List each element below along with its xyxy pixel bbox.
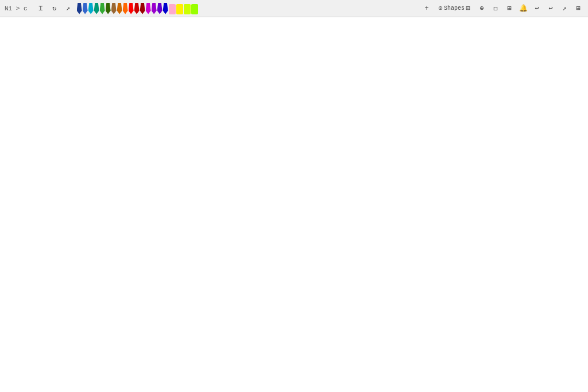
pen-orange-brown[interactable] — [117, 3, 122, 14]
pen-red[interactable] — [129, 3, 134, 14]
arrow-tool[interactable]: ↗ — [63, 3, 74, 14]
pen-colors — [77, 3, 198, 14]
pen-maroon[interactable] — [140, 3, 145, 14]
more-tool[interactable]: ⊞ — [573, 3, 583, 14]
redo-tool[interactable]: ↩ — [546, 3, 556, 14]
add-tool[interactable]: + — [421, 3, 432, 14]
toolbar-right: + ⊙ Shapes ⊡ ⊕ ◻ ⊞ 🔔 ↩ ↩ ↗ ⊞ — [421, 3, 583, 14]
grid-tool[interactable]: ⊞ — [504, 3, 514, 14]
share-tool[interactable]: ⊕ — [477, 3, 487, 14]
share2-tool[interactable]: ↗ — [559, 3, 570, 14]
refresh-tool[interactable]: ↻ — [49, 3, 60, 14]
pen-brown[interactable] — [111, 3, 117, 14]
toolbar: N1 > c ⌶ ↻ ↗ + ⊙ Shapes ⊡ ⊕ ◻ ⊞ 🔔 — [0, 0, 588, 17]
pen-dark-red[interactable] — [134, 3, 140, 14]
pen-magenta[interactable] — [146, 3, 151, 14]
crop-tool[interactable]: ⊡ — [463, 3, 473, 14]
pen-teal[interactable] — [94, 3, 99, 14]
pen-indigo[interactable] — [163, 3, 168, 14]
highlighter-yellow[interactable] — [176, 4, 183, 14]
highlighter-green[interactable] — [191, 4, 198, 14]
cursor-tool[interactable]: ⌶ — [36, 3, 46, 14]
pen-purple[interactable] — [152, 3, 157, 14]
pen-blue[interactable] — [83, 3, 88, 14]
eraser-tool[interactable]: ◻ — [490, 3, 501, 14]
pen-dark-green[interactable] — [106, 3, 111, 14]
toolbar-label: N1 > c — [5, 5, 28, 12]
highlighter-lime[interactable] — [184, 4, 191, 14]
bell-tool[interactable]: 🔔 — [518, 3, 528, 14]
undo-tool[interactable]: ↩ — [532, 3, 542, 14]
pen-orange[interactable] — [123, 3, 128, 14]
pen-cyan[interactable] — [88, 3, 94, 14]
pen-dark-blue[interactable] — [77, 3, 82, 14]
pen-violet[interactable] — [157, 3, 163, 14]
pen-green[interactable] — [100, 3, 105, 14]
shapes-button[interactable]: Shapes — [449, 3, 459, 14]
highlighter-pink[interactable] — [169, 4, 176, 14]
